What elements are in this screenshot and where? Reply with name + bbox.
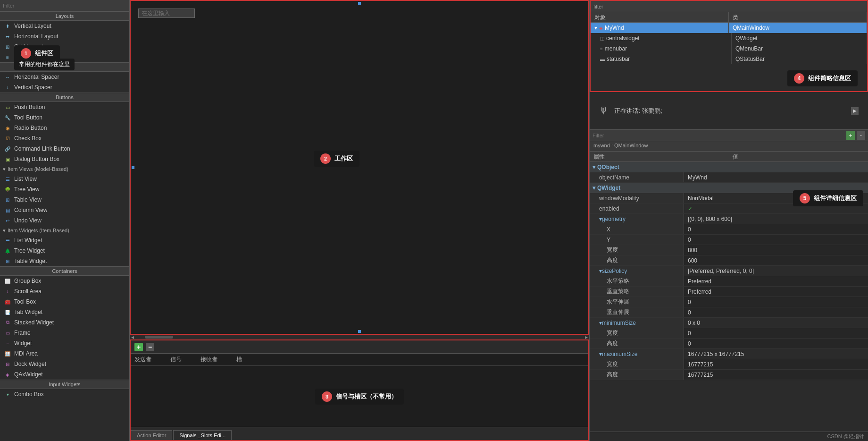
prop-value-vstretch[interactable]: 0 [684,307,868,317]
prop-row-y[interactable]: Y 0 [590,235,868,245]
widget-combo-box[interactable]: ▾ Combo Box [0,389,129,399]
prop-filter-input[interactable] [593,133,844,138]
widget-group-box[interactable]: ⬜ Group Box [0,276,129,286]
expand-button[interactable]: ▶ [851,107,859,115]
obj-row-statusbar[interactable]: ▬ statusbar QStatusBar [591,54,867,64]
widget-horizontal-layout[interactable]: ⬌ Horizontal Layout [0,31,129,42]
remove-signal-button[interactable]: − [146,343,154,351]
obj-col-class: 类 [729,12,867,22]
prop-value-x[interactable]: 0 [684,224,868,234]
widget-list-widget[interactable]: ☰ List Widget [0,235,129,246]
item-views-header: Item Views (Model-Based) [8,166,68,172]
prop-row-minheight[interactable]: 高度 0 [590,339,868,349]
horizontal-layout-label: Horizontal Layout [14,33,58,40]
prop-row-minwidth[interactable]: 宽度 0 [590,328,868,339]
prop-row-x[interactable]: X 0 [590,224,868,235]
widget-mdi-area[interactable]: 🪟 MDI Area [0,348,129,359]
widget-vertical-spacer[interactable]: ↕ Vertical Spacer [0,82,129,93]
widget-undo-view[interactable]: ↩ Undo View [0,215,129,226]
prop-row-hstretch[interactable]: 水平伸展 0 [590,297,868,307]
obj-row-menubar[interactable]: ≡ menubar QMenuBar [591,43,867,54]
prop-row-width-geo[interactable]: 宽度 800 [590,245,868,255]
prop-value-maxwidth[interactable]: 16777215 [684,359,868,369]
widget-widget[interactable]: ▫ Widget [0,338,129,348]
widget-tree-widget[interactable]: 🌲 Tree Widget [0,246,129,256]
prop-row-sizepolicy[interactable]: ▾ sizePolicy [Preferred, Preferred, 0, 0… [590,266,868,276]
frame-icon: ▭ [4,329,11,337]
widget-table-widget[interactable]: ⊞ Table Widget [0,256,129,266]
widget-tool-box[interactable]: 🧰 Tool Box [0,297,129,307]
resize-handle-left[interactable] [132,166,134,169]
tree-view-label: Tree View [14,186,39,193]
widget-frame[interactable]: ▭ Frame [0,328,129,338]
column-view-icon: ▤ [4,206,11,214]
widget-tab-widget[interactable]: 📑 Tab Widget [0,307,129,317]
prop-add-button[interactable]: + [846,131,855,140]
prop-value-geometry[interactable]: [(0, 0), 800 x 600] [684,214,868,224]
prop-row-minsize[interactable]: ▾ minimumSize 0 x 0 [590,318,868,328]
item-widgets-collapse[interactable]: ▾ Item Widgets (Item-Based) [0,226,129,235]
push-button-icon: ▭ [4,103,11,111]
h-scroll-thumb[interactable] [145,336,173,339]
widget-check-box[interactable]: ☑ Check Box [0,133,129,144]
prop-row-hpolicy[interactable]: 水平策略 Preferred [590,276,868,287]
prop-row-geometry[interactable]: ▾ geometry [(0, 0), 800 x 600] [590,214,868,224]
prop-value-minwidth[interactable]: 0 [684,328,868,338]
prop-value-width-geo[interactable]: 800 [684,245,868,255]
widget-command-link-button[interactable]: 🔗 Command Link Button [0,144,129,154]
obj-row-centralwidget[interactable]: ◫ centralwidget QWidget [591,33,867,43]
prop-value-hpolicy[interactable]: Preferred [684,276,868,286]
prop-name-hstretch: 水平伸展 [590,297,684,307]
widget-column-view[interactable]: ▤ Column View [0,205,129,215]
item-views-collapse[interactable]: ▾ Item Views (Model-Based) [0,164,129,174]
widget-dock-widget[interactable]: ⊟ Dock Widget [0,359,129,369]
design-h-scrollbar[interactable]: ◀ ▶ [130,335,589,339]
widget-list-view[interactable]: ☰ List View [0,174,129,184]
widget-tool-button[interactable]: 🔧 Tool Button [0,112,129,123]
prop-value-minheight[interactable]: 0 [684,339,868,348]
prop-row-height-geo[interactable]: 高度 600 [590,255,868,266]
prop-value-maxheight[interactable]: 16777215 [684,370,868,380]
widget-qax-widget[interactable]: ◈ QAxWidget [0,369,129,380]
widget-radio-button[interactable]: ◉ Radio Button [0,123,129,133]
h-scroll-right-btn[interactable]: ▶ [584,335,589,339]
prop-group-qobject[interactable]: ▾ QObject [590,162,868,172]
design-area[interactable]: 2 工作区 [130,0,589,335]
prop-value-hstretch[interactable]: 0 [684,297,868,307]
prop-row-maxsize[interactable]: ▾ maximumSize 16777215 x 16777215 [590,349,868,359]
widget-stacked-widget[interactable]: ⧉ Stacked Widget [0,317,129,328]
widget-vertical-layout[interactable]: ⬍ Vertical Layout [0,21,129,31]
prop-row-maxwidth[interactable]: 宽度 16777215 [590,359,868,370]
prop-value-height-geo[interactable]: 600 [684,255,868,265]
h-scroll-left-btn[interactable]: ◀ [130,335,135,339]
prop-name-objectname: objectName [590,172,684,182]
widget-scroll-area[interactable]: ↕ Scroll Area [0,286,129,297]
prop-value-objectname[interactable]: MyWnd [684,172,868,182]
resize-handle-top[interactable] [358,2,361,5]
widget-table-view[interactable]: ⊞ Table View [0,195,129,205]
prop-value-maxsize[interactable]: 16777215 x 16777215 [684,349,868,359]
prop-row-objectname[interactable]: objectName MyWnd [590,172,868,183]
prop-value-sizepolicy[interactable]: [Preferred, Preferred, 0, 0] [684,266,868,276]
canvas-text-input[interactable] [138,8,195,18]
add-signal-button[interactable]: + [134,343,143,351]
widget-push-button[interactable]: ▭ Push Button [0,102,129,112]
mdi-area-label: MDI Area [14,350,38,357]
prop-value-y[interactable]: 0 [684,235,868,245]
widget-grid-layout[interactable]: ⊞ Grid Layout [0,42,129,52]
prop-value-minsize[interactable]: 0 x 0 [684,318,868,328]
tab-signals-slots[interactable]: Signals _Slots Edi... [173,430,232,440]
prop-value-vpolicy[interactable]: Preferred [684,287,868,297]
widget-tree-view[interactable]: 🌳 Tree View [0,184,129,195]
widget-dialog-button-box[interactable]: ▣ Dialog Button Box [0,154,129,164]
prop-remove-button[interactable]: - [857,131,865,140]
obj-row-mywnd[interactable]: ▾ ◈ MyWnd QMainWindow [591,23,867,33]
tab-action-editor[interactable]: Action Editor [131,430,172,440]
widget-horizontal-spacer[interactable]: ↔ Horizontal Spacer [0,72,129,82]
prop-row-vstretch[interactable]: 垂直伸展 0 [590,307,868,318]
obj-col-object: 对象 [591,12,729,22]
resize-handle-bottom[interactable] [358,330,361,333]
prop-row-maxheight[interactable]: 高度 16777215 [590,370,868,380]
prop-row-vpolicy[interactable]: 垂直策略 Preferred [590,287,868,297]
left-filter-input[interactable] [3,3,126,8]
